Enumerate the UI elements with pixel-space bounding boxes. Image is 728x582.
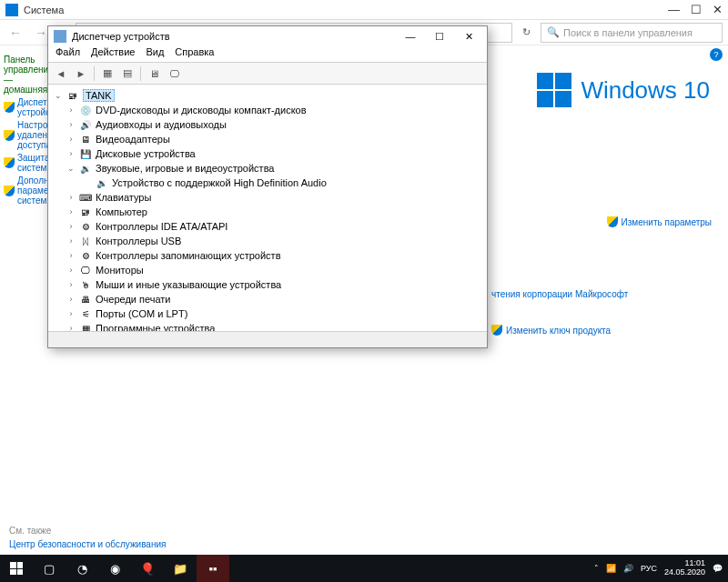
taskbar-app-steam[interactable]: ◉ bbox=[98, 555, 131, 582]
tool-back-button[interactable]: ◄ bbox=[52, 65, 70, 83]
tree-node[interactable]: ›▦Программные устройства bbox=[54, 321, 481, 331]
device-category-icon: 💿 bbox=[79, 105, 92, 115]
device-tree[interactable]: ⌄ 🖳 TANK ›💿DVD-дисководы и дисководы ком… bbox=[48, 85, 487, 331]
computer-icon: 🖳 bbox=[66, 90, 79, 101]
expand-icon[interactable]: › bbox=[66, 236, 76, 246]
taskbar-app-browser[interactable]: ◔ bbox=[66, 555, 98, 582]
start-button[interactable] bbox=[0, 555, 33, 582]
system-icon bbox=[5, 4, 18, 16]
tree-node[interactable]: ›⌨Клавиатуры bbox=[54, 190, 481, 205]
expand-icon[interactable]: › bbox=[66, 266, 76, 275]
maximize-button[interactable]: ☐ bbox=[691, 3, 702, 16]
expand-icon[interactable]: › bbox=[66, 280, 76, 289]
minimize-button[interactable]: — bbox=[668, 3, 680, 16]
dm-toolbar: ◄ ► ▦ ▤ 🖥 🖵 bbox=[48, 63, 487, 85]
help-icon[interactable]: ? bbox=[710, 48, 723, 61]
dm-minimize-button[interactable]: — bbox=[398, 28, 423, 45]
refresh-button[interactable]: ↻ bbox=[518, 24, 535, 41]
system-tray: ˄ 📶 🔊 РУС 11:01 24.05.2020 💬 bbox=[589, 559, 728, 577]
tray-expand-icon[interactable]: ˄ bbox=[594, 564, 599, 573]
nav-back-button[interactable]: ← bbox=[5, 25, 25, 40]
expand-icon[interactable]: › bbox=[66, 193, 76, 202]
device-category-icon: 💾 bbox=[79, 148, 92, 159]
taskbar-app-controlpanel[interactable]: ▪▪ bbox=[197, 555, 229, 582]
taskbar-app-explorer[interactable]: 📁 bbox=[164, 555, 197, 582]
menu-file[interactable]: Файл bbox=[56, 46, 80, 62]
volume-icon[interactable]: 🔊 bbox=[623, 564, 633, 573]
see-also-link[interactable]: Центр безопасности и обслуживания bbox=[9, 539, 166, 549]
expand-icon[interactable]: › bbox=[66, 207, 76, 216]
tree-node[interactable]: ›🖶Очереди печати bbox=[54, 292, 481, 306]
tree-node[interactable]: ›🖵Мониторы bbox=[54, 263, 481, 277]
tree-node-label: Порты (COM и LPT) bbox=[96, 308, 187, 319]
tool-prop-button[interactable]: ▤ bbox=[118, 65, 136, 83]
expand-icon[interactable]: › bbox=[66, 324, 76, 331]
expand-icon[interactable]: ⌄ bbox=[66, 164, 76, 173]
search-input[interactable]: 🔍 Поиск в панели управления bbox=[541, 23, 723, 43]
tree-node[interactable]: ›🔊Аудиовходы и аудиовыходы bbox=[54, 117, 481, 132]
tree-node[interactable]: ›🖳Компьютер bbox=[54, 205, 481, 219]
tree-node[interactable]: ›⚙Контроллеры IDE ATA/ATAPI bbox=[54, 219, 481, 234]
taskbar-app-balloon[interactable]: 🎈 bbox=[131, 555, 164, 582]
sidebar-heading[interactable]: Панель управления — домашняя bbox=[4, 55, 44, 95]
network-icon[interactable]: 📶 bbox=[606, 564, 616, 573]
sidebar-item-advanced[interactable]: Дополнительные параметры системы bbox=[4, 176, 44, 206]
tree-node[interactable]: ›⚟Порты (COM и LPT) bbox=[54, 306, 481, 321]
action-center-button[interactable]: 💬 bbox=[713, 564, 723, 573]
device-icon: 🔉 bbox=[96, 177, 108, 188]
expand-icon[interactable]: › bbox=[66, 309, 76, 318]
tree-node[interactable]: ›⚙Контроллеры запоминающих устройств bbox=[54, 248, 481, 263]
taskview-button[interactable]: ▢ bbox=[33, 555, 66, 582]
expand-icon[interactable]: › bbox=[66, 222, 76, 231]
license-links: чтения корпорации Майкрософт Изменить кл… bbox=[491, 286, 712, 343]
dm-titlebar[interactable]: Диспетчер устройств — ☐ ✕ bbox=[48, 26, 487, 46]
device-category-icon: 🖥 bbox=[79, 134, 92, 145]
expand-icon[interactable]: › bbox=[66, 120, 76, 129]
dm-close-button[interactable]: ✕ bbox=[456, 28, 481, 45]
expand-icon[interactable]: › bbox=[66, 251, 76, 260]
tree-node-label: Мыши и иные указывающие устройства bbox=[96, 279, 281, 290]
tool-scan-button[interactable]: 🖥 bbox=[145, 65, 163, 83]
license-link[interactable]: чтения корпорации Майкрософт bbox=[491, 289, 712, 299]
shield-icon bbox=[4, 157, 15, 168]
tree-leaf[interactable]: 🔉Устройство с поддержкой High Definition… bbox=[54, 176, 481, 190]
tree-node-label: Аудиовходы и аудиовыходы bbox=[96, 119, 227, 130]
expand-icon[interactable]: › bbox=[66, 149, 76, 158]
tree-node[interactable]: ›💿DVD-дисководы и дисководы компакт-диск… bbox=[54, 103, 481, 117]
expand-icon[interactable]: › bbox=[66, 105, 76, 115]
close-button[interactable]: ✕ bbox=[713, 3, 723, 16]
tree-node[interactable]: ›ᛞКонтроллеры USB bbox=[54, 234, 481, 248]
product-key-link[interactable]: Изменить ключ продукта bbox=[491, 321, 712, 339]
sidebar-item-device-manager[interactable]: Диспетчер устройств bbox=[4, 97, 44, 117]
device-category-icon: ⚙ bbox=[79, 221, 92, 232]
tool-show-button[interactable]: ▦ bbox=[98, 65, 116, 83]
device-category-icon: 🖵 bbox=[79, 265, 92, 276]
menu-help[interactable]: Справка bbox=[175, 46, 214, 62]
sidebar-item-protection[interactable]: Защита системы bbox=[4, 153, 44, 173]
expand-icon[interactable]: › bbox=[66, 135, 76, 144]
clock[interactable]: 11:01 24.05.2020 bbox=[664, 559, 705, 577]
menu-view[interactable]: Вид bbox=[146, 46, 164, 62]
dm-menubar: Файл Действие Вид Справка bbox=[48, 46, 487, 63]
tree-node-label: Программные устройства bbox=[96, 323, 215, 331]
sidebar-item-remote[interactable]: Настройка удаленного доступа bbox=[4, 120, 44, 150]
menu-action[interactable]: Действие bbox=[91, 46, 135, 62]
tool-dev-button[interactable]: 🖵 bbox=[165, 65, 183, 83]
tool-fwd-button[interactable]: ► bbox=[72, 65, 90, 83]
tree-node[interactable]: ›🖱Мыши и иные указывающие устройства bbox=[54, 277, 481, 292]
dm-title: Диспетчер устройств bbox=[72, 31, 170, 42]
device-category-icon: 🖱 bbox=[79, 279, 92, 290]
expand-icon[interactable]: › bbox=[66, 295, 76, 304]
tree-root[interactable]: ⌄ 🖳 TANK bbox=[54, 88, 481, 103]
see-also-heading: См. также bbox=[9, 526, 166, 536]
tree-node[interactable]: ›💾Дисковые устройства bbox=[54, 146, 481, 161]
system-title: Система bbox=[24, 5, 64, 15]
tree-node[interactable]: ›🖥Видеоадаптеры bbox=[54, 132, 481, 146]
sidebar-item-label: Защита системы bbox=[17, 153, 47, 173]
language-indicator[interactable]: РУС bbox=[641, 564, 657, 573]
expand-icon[interactable]: ⌄ bbox=[54, 91, 63, 100]
device-category-icon: ⌨ bbox=[79, 192, 92, 203]
tree-node[interactable]: ⌄🔉Звуковые, игровые и видеоустройства bbox=[54, 161, 481, 176]
change-settings-link[interactable]: Изменить параметры bbox=[607, 216, 712, 227]
dm-maximize-button[interactable]: ☐ bbox=[427, 28, 452, 45]
